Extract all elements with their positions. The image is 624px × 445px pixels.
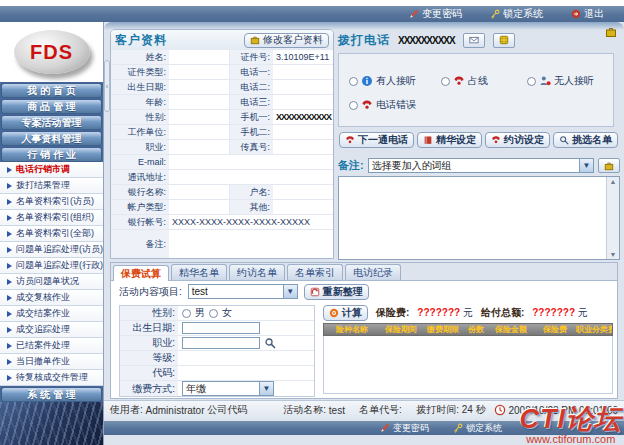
job-input[interactable]: [182, 337, 260, 349]
radio-circle[interactable]: [349, 101, 358, 110]
next-call-button[interactable]: 下一通电话: [339, 132, 414, 148]
scroll-down-icon[interactable]: ▼: [610, 251, 617, 258]
sidebar-item-list-index-all[interactable]: 名单资料索引(全部): [0, 226, 103, 242]
sidebar-item-system-mgmt[interactable]: 系 统 管 理: [1, 387, 102, 402]
sidebar-item-deal-follow[interactable]: 成交追踪处理: [0, 322, 103, 338]
watermark: CTI论坛 www.ctiforum.com: [520, 406, 623, 445]
activity-select[interactable]: test ▼: [188, 284, 298, 299]
radio-answered[interactable]: 有人接听: [349, 74, 416, 88]
sidebar-item-tele-marketing-survey[interactable]: 电话行销市调: [0, 162, 103, 178]
scroll-up-icon[interactable]: ▲: [610, 178, 617, 185]
essence-setting-button[interactable]: 精华设定: [417, 132, 482, 148]
radio-busy[interactable]: 占线: [441, 74, 488, 88]
radio-circle[interactable]: [349, 77, 358, 86]
sidebar-item-list-index-agent[interactable]: 名单资料索引(访员): [0, 194, 103, 210]
bullet-arrow-icon: [7, 343, 12, 349]
dialpad-icon: [499, 35, 509, 45]
chevron-down-icon[interactable]: ▼: [283, 285, 297, 298]
notes-row: 备注: 选择要加入的词组 ▼: [338, 157, 620, 174]
submenu-label: 电话行销市调: [16, 163, 70, 176]
col-job-class-rate: 职业分类费率: [576, 324, 612, 335]
sidebar-item-same-day-cancel[interactable]: 当日撤单作业: [0, 354, 103, 370]
tab-call-records[interactable]: 电访纪录: [345, 264, 401, 280]
submenu-label: 成交复核作业: [16, 291, 70, 304]
form-row: 通讯地址:: [111, 170, 333, 185]
tab-appointment-list[interactable]: 约访名单: [229, 264, 285, 280]
sidebar-item-issue-track-agent[interactable]: 问题单追踪处理(访员): [0, 242, 103, 258]
search-icon[interactable]: [264, 337, 276, 349]
phone-icon: [345, 135, 355, 145]
edit-customer-button[interactable]: 修改客户资料: [244, 33, 329, 48]
dial-time-label: 拨打时间:: [416, 403, 459, 417]
radio-female[interactable]: [209, 309, 218, 318]
sidebar-item-agent-issue-status[interactable]: 访员问题单状况: [0, 274, 103, 290]
logout-link[interactable]: 退出: [571, 7, 604, 21]
dial-time-value: 24 秒: [462, 403, 486, 417]
sidebar-item-issue-track-admin[interactable]: 问题单追踪处理(行政): [0, 258, 103, 274]
corner-clipboard-button[interactable]: [602, 25, 620, 39]
sidebar-item-list-index-org[interactable]: 名单资料索引(组织): [0, 210, 103, 226]
notes-textarea[interactable]: ▲▼: [338, 176, 620, 260]
sidebar-item-marketing-ops[interactable]: 行 销 作 业: [1, 147, 102, 162]
change-password-link[interactable]: 变更密码: [409, 7, 462, 21]
change-password-link-bottom[interactable]: 变更密码: [380, 422, 429, 435]
customer-panel-header: 客户资料 修改客户资料: [111, 30, 333, 50]
calculate-button[interactable]: 计算: [323, 305, 368, 321]
birth-date-input[interactable]: [182, 322, 260, 334]
pay-method-select[interactable]: 年缴 ▼: [182, 381, 274, 396]
sidebar-item-deal-review[interactable]: 成交复核作业: [0, 290, 103, 306]
notes-scrollbar[interactable]: ▲▼: [606, 177, 619, 259]
refresh-button[interactable]: 重新整理: [304, 284, 369, 300]
radio-circle[interactable]: [527, 77, 536, 86]
insert-phrase-button[interactable]: [598, 158, 620, 173]
appointment-setting-button[interactable]: 约访设定: [485, 132, 550, 148]
tab-list-index[interactable]: 名单索引: [287, 264, 343, 280]
tab-essence-list[interactable]: 精华名单: [171, 264, 227, 280]
col-insurance-name: 险种名称: [324, 324, 380, 335]
mail-button[interactable]: [463, 33, 485, 48]
field-label: 电话三:: [229, 95, 273, 109]
next-call-label: 下一通电话: [358, 133, 408, 147]
user-value: Administrator: [146, 405, 205, 416]
logo-text: FDS: [30, 41, 73, 64]
change-password-label: 变更密码: [422, 7, 462, 21]
edit-customer-label: 修改客户资料: [263, 33, 323, 47]
sidebar-item-product-mgmt[interactable]: 商 品 管 理: [1, 99, 102, 114]
sidebar-item-hr-mgmt[interactable]: 人事资料管理: [1, 131, 102, 146]
pencil-icon: [409, 9, 419, 19]
field-value: [169, 155, 333, 169]
sidebar-item-closed-case[interactable]: 已结案件处理: [0, 338, 103, 354]
sidebar-item-my-home[interactable]: 我 的 首 页: [1, 83, 102, 98]
lock-system-label: 锁定系统: [466, 422, 502, 435]
sidebar-item-deal-close[interactable]: 成交结案作业: [0, 306, 103, 322]
lock-system-link-bottom[interactable]: 锁定系统: [453, 422, 502, 435]
lock-system-link[interactable]: 锁定系统: [490, 7, 543, 21]
dialpad-button[interactable]: [493, 33, 515, 48]
sidebar-item-dial-result-mgmt[interactable]: 拨打结果管理: [0, 178, 103, 194]
bullet-arrow-icon: [7, 215, 12, 221]
field-value: [273, 140, 333, 154]
field-label: 手机二:: [229, 125, 273, 139]
chevron-down-icon[interactable]: ▼: [259, 382, 273, 395]
submenu-label: 问题单追踪处理(访员): [16, 243, 103, 256]
radio-wrong-number[interactable]: 电话错误: [349, 98, 416, 112]
tab-bar: 保费试算 精华名单 约访名单 名单索引 电访纪录: [111, 263, 617, 281]
radio-label: 占线: [468, 74, 488, 88]
phrase-select[interactable]: 选择要加入的词组 ▼: [368, 158, 594, 173]
field-value-masked: XXXXXXXXXXX: [273, 110, 333, 124]
pick-list-button[interactable]: 挑选名单: [553, 132, 618, 148]
radio-no-answer[interactable]: 无人接听: [527, 74, 594, 88]
person-icon: [539, 75, 551, 87]
sidebar-item-pending-review-deals[interactable]: 待复核成交件管理: [0, 370, 103, 386]
form-row: 性别: 男 女: [120, 306, 314, 321]
form-row: 缴费方式: 年缴 ▼: [120, 381, 314, 396]
sidebar-item-campaign-mgmt[interactable]: 专案活动管理: [1, 115, 102, 130]
field-label: 职业:: [111, 140, 169, 154]
app-window: 变更密码 锁定系统 退出 FDS 我 的 首 页 商 品 管 理 专案活动管理 …: [0, 0, 624, 445]
radio-male[interactable]: [182, 309, 191, 318]
info-icon: [361, 75, 373, 87]
chevron-down-icon[interactable]: ▼: [579, 159, 593, 172]
tab-premium-calc[interactable]: 保费试算: [113, 265, 169, 281]
radio-circle[interactable]: [441, 77, 450, 86]
customer-info-panel: 客户资料 修改客户资料 姓名:证件号:3.10109E+11 证件类型:电话一:…: [110, 29, 334, 259]
